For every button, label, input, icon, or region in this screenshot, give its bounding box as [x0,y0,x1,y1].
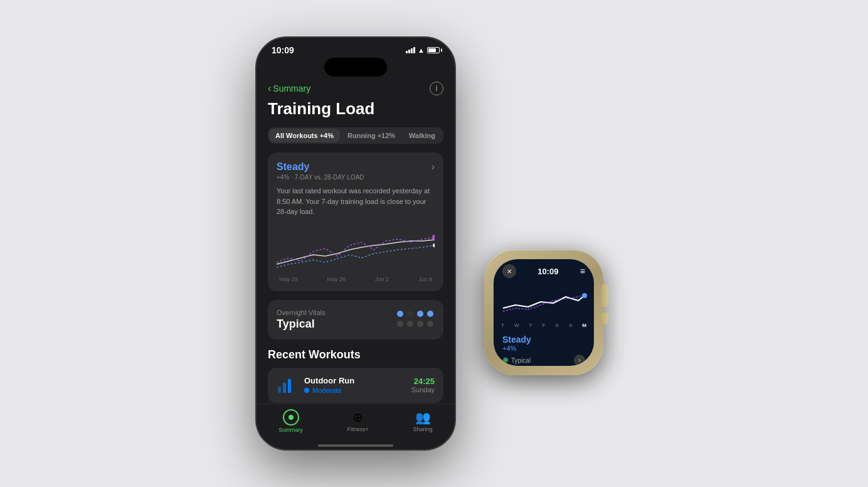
vitals-dot [427,311,433,317]
tab-bar: Summary ⊕ Fitness+ 👥 Sharing [257,404,455,441]
watch-day-f: F [542,323,546,328]
watch-day-s2: S [569,323,572,328]
tab-sharing[interactable]: 👥 Sharing [413,410,433,432]
chart-labels: May 19 May 26 Jun 2 Jun 9 [277,276,435,282]
svg-rect-7 [288,379,291,393]
watch-info: Steady +4% ❋ Typical › [494,331,594,366]
watch-vitals-row: ❋ Typical › [502,355,585,366]
vitals-dot [407,311,413,317]
watch-day-m: M [582,323,586,328]
watch-menu-icon[interactable]: ≡ [580,266,585,276]
svg-point-8 [582,293,587,298]
chevron-left-icon: ‹ [268,83,271,94]
vitals-dot [427,321,433,327]
back-label: Summary [273,83,310,94]
chart-label-jun2: Jun 2 [375,276,389,282]
watch-crown [601,284,608,307]
tab-summary[interactable]: Summary [278,409,303,433]
watch-time: 10:09 [537,267,558,276]
tab-walking[interactable]: Walking [403,129,442,142]
intensity-label: Moderate [312,387,341,394]
summary-icon [283,409,299,425]
watch-vitals-label: ❋ Typical [502,356,531,365]
scene: 10:09 ▲ [255,36,613,451]
workout-day: Sunday [411,386,435,393]
vitals-dot [397,321,403,327]
svg-rect-6 [283,383,286,393]
watch-status-label: Steady [502,334,531,345]
nav-bar: ‹ Summary i [257,82,455,99]
workout-row[interactable]: Outdoor Run Moderate 24:25 Sunday [268,368,443,403]
info-icon: i [435,84,437,93]
arrow-right-icon: › [579,357,581,363]
leaf-icon: ❋ [502,356,509,365]
tab-sharing-label: Sharing [413,426,433,432]
svg-rect-5 [278,387,281,393]
workout-meta: Moderate [304,387,404,394]
tab-running[interactable]: Running +12% [341,129,401,142]
watch-day-w: W [514,323,519,328]
wifi-icon: ▲ [418,46,425,54]
watch-close-button[interactable]: ✕ [502,264,516,278]
tab-fitness-label: Fitness+ [347,426,369,432]
watch-status-bar: ✕ 10:09 ≡ [494,259,594,281]
watch-screen: ✕ 10:09 ≡ T [494,259,594,366]
workout-duration: 24:25 [411,377,435,386]
vitals-dot [417,321,423,327]
iphone: 10:09 ▲ [255,36,456,451]
dynamic-island [324,58,387,77]
watch-day-t1: T [501,323,504,328]
training-chevron-icon[interactable]: › [431,161,435,173]
tab-summary-label: Summary [278,427,303,433]
page-title: Training Load [268,99,443,119]
vitals-dot [417,311,423,317]
chart-label-jun9: Jun 9 [418,276,432,282]
workout-tabs: All Workouts +4% Running +12% Walking [268,127,443,144]
recent-workouts-title: Recent Workouts [268,348,443,361]
watch-chart: T W T F S S M [494,281,594,331]
watch-day-s1: S [555,323,558,328]
svg-point-3 [432,235,435,240]
vitals-value: Typical [277,318,325,331]
tab-fitness-plus[interactable]: ⊕ Fitness+ [347,410,369,432]
vitals-dot [397,311,403,317]
vitals-info: Overnight Vitals Typical [277,309,325,331]
chart-label-may26: May 26 [327,276,346,282]
vitals-dots [397,311,435,328]
training-card: Steady › +4% · 7-DAY vs. 28-DAY LOAD You… [268,153,443,291]
watch-pct: +4% [502,345,585,352]
signal-icon [406,47,415,53]
apple-watch: ✕ 10:09 ≡ T [475,250,613,425]
sharing-icon: 👥 [415,410,431,425]
tab-all-workouts[interactable]: All Workouts +4% [269,129,340,142]
workout-details: Outdoor Run Moderate [304,376,404,394]
training-desc: Your last rated workout was recorded yes… [277,186,435,217]
watch-arrow-button[interactable]: › [574,355,585,366]
watch-day-t2: T [529,323,532,328]
status-bar: 10:09 ▲ [257,38,455,58]
close-icon: ✕ [507,268,512,275]
workout-name: Outdoor Run [304,376,404,385]
vitals-card: Overnight Vitals Typical [268,300,443,340]
watch-days: T W T F S S M [500,323,588,328]
info-button[interactable]: i [430,82,443,95]
home-indicator [318,444,393,447]
status-time: 10:09 [272,45,294,55]
watch-button [601,313,608,324]
training-status: Steady › [277,161,435,173]
phone-content: Training Load All Workouts +4% Running +… [257,99,455,404]
fitness-plus-icon: ⊕ [352,410,363,425]
training-status-label: Steady [277,161,309,173]
training-chart [277,223,435,274]
chart-label-may19: May 19 [279,276,298,282]
status-icons: ▲ [406,46,440,54]
svg-point-4 [433,244,435,247]
vitals-dot [407,321,413,327]
watch-case: ✕ 10:09 ≡ T [484,250,603,375]
vitals-title: Overnight Vitals [277,309,325,316]
intensity-dot [304,388,309,393]
training-sub: +4% · 7-DAY vs. 28-DAY LOAD [277,174,435,181]
watch-band-bottom [510,382,578,432]
battery-icon [427,47,440,53]
back-button[interactable]: ‹ Summary [268,83,310,94]
